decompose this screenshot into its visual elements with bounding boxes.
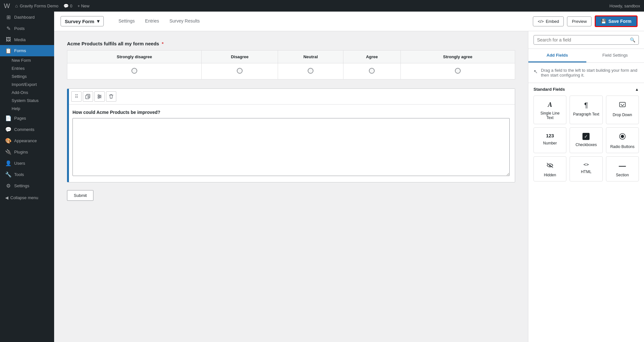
search-input[interactable] [537,37,627,42]
submit-area: Submit [67,182,515,214]
single-line-text-icon: A [548,101,552,108]
sidebar-item-label: Tools [14,172,24,177]
form-settings-label: Settings [12,74,27,79]
new-form-label: New Form [12,58,31,63]
svg-point-12 [621,135,624,138]
hidden-icon [546,162,553,170]
help-label: Help [12,106,20,111]
panel-tabs: Add Fields Field Settings [528,49,644,63]
paragraph-textarea[interactable] [72,118,510,176]
new-link[interactable]: + New [78,4,90,8]
sidebar-item-system-status[interactable]: System Status [12,97,54,105]
field-item-section[interactable]: — Section [606,156,639,181]
trash-icon [109,94,113,99]
field-item-html[interactable]: <> HTML [570,156,602,181]
drag-icon-button[interactable]: ⠿ [71,91,82,102]
field-item-label: Paragraph Text [573,112,599,116]
sidebar-item-new-form[interactable]: New Form [12,56,54,64]
sidebar-item-forms[interactable]: 📋 Forms [0,45,54,56]
field-item-paragraph-text[interactable]: ¶ Paragraph Text [570,96,602,124]
nav-entries[interactable]: Entries [140,16,164,27]
field-item-label: Section [616,173,629,177]
sidebar-item-label: Plugins [14,150,28,154]
delete-button[interactable] [106,91,116,102]
radio-circle[interactable] [308,68,313,74]
collapse-icon: ◀ [5,195,8,200]
duplicate-button[interactable] [83,91,93,102]
tab-add-fields[interactable]: Add Fields [528,49,586,62]
sidebar-item-add-ons[interactable]: Add-Ons [12,88,54,97]
radio-circle[interactable] [455,68,461,74]
survey-question-block: Acme Products fulfils all my form needs … [67,41,515,79]
standard-fields-section: Standard Fields ▲ A Single Line Text ¶ P… [528,83,644,185]
site-name[interactable]: ⌂ Gravity Forms Demo [15,3,58,8]
site-name-text: Gravity Forms Demo [20,4,58,8]
sidebar-item-plugins[interactable]: 🔌 Plugins [0,146,54,158]
sidebar-item-import-export[interactable]: Import/Export [12,80,54,88]
field-item-label: Single Line Text [536,111,563,120]
save-form-button[interactable]: 💾 Save Form [595,15,638,27]
media-icon: 🖼 [5,37,12,42]
col-agree: Agree [343,51,400,63]
submit-button[interactable]: Submit [67,190,93,201]
section-icon: — [619,162,626,170]
sidebar-item-media[interactable]: 🖼 Media [0,34,54,45]
sidebar-item-label: Pages [14,116,26,121]
field-item-radio-buttons[interactable]: Radio Buttons [606,127,639,153]
collapse-menu-button[interactable]: ◀ Collapse menu [0,191,54,204]
required-asterisk: * [162,41,164,46]
preview-button[interactable]: Preview [567,16,591,26]
top-bar: W ⌂ Gravity Forms Demo 💬 0 + New Howdy, … [0,0,644,12]
radio-circle[interactable] [237,68,243,74]
field-drag-handle[interactable] [67,89,69,182]
sidebar-item-label: Settings [14,183,29,188]
sidebar-item-users[interactable]: 👤 Users [0,158,54,169]
survey-question-label: Acme Products fulfils all my form needs … [67,41,515,46]
radio-circle[interactable] [131,68,137,74]
field-item-hidden[interactable]: Hidden [533,156,566,181]
form-header-actions: </> Embed Preview 💾 Save Form [533,15,638,27]
nav-settings[interactable]: Settings [114,16,139,27]
save-icon: 💾 [601,19,606,24]
svg-rect-10 [620,102,625,107]
nav-survey-results[interactable]: Survey Results [165,16,204,27]
collapse-label: Collapse menu [10,195,38,200]
sidebar-item-label: Appearance [14,138,37,143]
appearance-icon: 🎨 [5,138,12,144]
field-item-single-line-text[interactable]: A Single Line Text [533,96,566,124]
field-item-label: Hidden [544,173,556,177]
field-item-checkboxes[interactable]: ✓ Checkboxes [570,127,602,153]
comments-link[interactable]: 💬 0 [63,4,72,8]
users-icon: 👤 [5,160,12,166]
sidebar-item-label: Posts [14,26,25,31]
field-item-label: Checkboxes [575,143,597,147]
sidebar-item-label: Users [14,161,25,166]
paragraph-field-block: ⠿ [67,88,515,182]
survey-question-text: Acme Products fulfils all my form needs [67,41,159,46]
sidebar-item-pages[interactable]: 📄 Pages [0,113,54,124]
sidebar-item-comments[interactable]: 💬 Comments [0,124,54,135]
forms-submenu: New Form Entries Settings Import/Export … [0,56,54,113]
form-header-nav: Settings Entries Survey Results [114,16,204,27]
sidebar-item-posts[interactable]: ✎ Posts [0,23,54,34]
field-item-drop-down[interactable]: Drop Down [606,96,639,124]
settings-button[interactable] [94,91,105,102]
plugins-icon: 🔌 [5,149,12,155]
sidebar-item-dashboard[interactable]: ⊞ Dashboard [0,12,54,23]
sidebar-item-settings[interactable]: ⚙ Settings [0,180,54,191]
system-status-label: System Status [12,98,39,103]
collapse-fields-icon[interactable]: ▲ [635,87,639,92]
radio-circle[interactable] [369,68,375,74]
sidebar-item-help[interactable]: Help [12,105,54,113]
sidebar-item-entries[interactable]: Entries [12,64,54,72]
sidebar-item-appearance[interactable]: 🎨 Appearance [0,135,54,146]
forms-icon: 📋 [5,48,12,54]
entries-label: Entries [12,66,24,71]
sidebar-item-tools[interactable]: 🔧 Tools [0,169,54,180]
embed-button[interactable]: </> Embed [533,16,564,26]
field-item-label: Number [543,141,557,145]
field-item-number[interactable]: 123 Number [533,127,566,153]
tab-field-settings[interactable]: Field Settings [586,49,644,62]
form-title-dropdown[interactable]: Survey Form ▾ [61,16,104,26]
sidebar-item-form-settings[interactable]: Settings [12,72,54,80]
